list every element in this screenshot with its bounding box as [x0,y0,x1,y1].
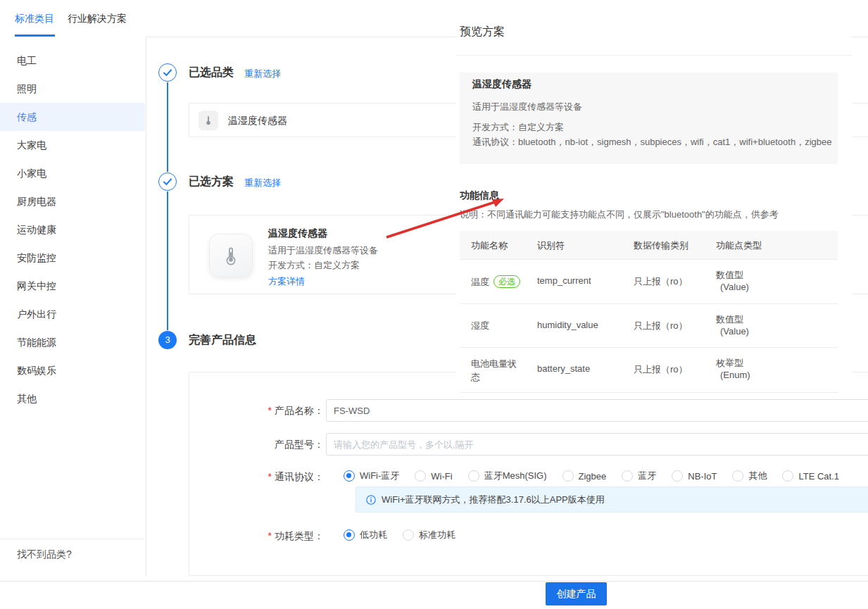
step1-reselect-link[interactable]: 重新选择 [244,68,281,80]
radio-standard-power[interactable]: 标准功耗 [403,529,455,541]
sidebar-item-other[interactable]: 其他 [0,384,145,413]
radio-nbiot[interactable]: NB-IoT [672,470,717,482]
step3-number-circle: 3 [158,331,177,349]
step-connector [167,192,168,330]
required-badge: 必选 [493,275,520,288]
radio-wifi[interactable]: Wi-Fi [415,470,452,482]
table-row: 温度必选 temp_current 只上报（ro） 数值型(Value) [460,260,838,304]
sidebar-item-security[interactable]: 安防监控 [0,244,145,272]
function-info-heading: 功能信息 [460,189,499,202]
product-name-input[interactable] [326,399,868,422]
plan-dev-mode: 开发方式：自定义方案 [268,259,360,272]
sidebar-item-energy[interactable]: 节能能源 [0,328,145,356]
radio-icon [468,470,479,482]
check-icon [159,64,176,81]
function-info-note: 说明：不同通讯能力可能支持功能点不同，仅展示"bluetooth"的功能点，供参… [460,208,779,221]
radio-icon [782,470,793,482]
info-icon [366,495,376,505]
summary-protocols: 通讯协议：bluetooth，nb-iot，sigmesh，subpieces，… [472,136,831,149]
required-asterisk: * [268,405,272,416]
step-connector [167,82,168,172]
radio-icon [622,470,633,482]
sidebar-item-kitchen[interactable]: 厨房电器 [0,187,145,215]
sidebar-item-lighting[interactable]: 照明 [0,75,145,103]
table-row: 电池电量状态 battery_state 只上报（ro） 枚举型(Enum) [460,348,838,393]
protocol-label: *通讯协议： [189,471,324,484]
check-icon [159,173,176,190]
product-model-input[interactable] [326,433,868,456]
sidebar-item-digital-entertainment[interactable]: 数码娱乐 [0,356,145,384]
radio-icon [415,470,426,482]
product-name-label: *产品名称： [189,405,324,417]
divider [456,55,853,56]
plan-summary-card: 温湿度传感器 适用于温湿度传感器等设备 开发方式：自定义方案 通讯协议：blue… [460,73,838,164]
table-row: 湿度 humidity_value 只上报（ro） 数值型(Value) [460,304,838,348]
sidebar-item-electrical[interactable]: 电工 [0,46,145,75]
tab-standard-category[interactable]: 标准类目 [15,13,54,25]
summary-desc: 适用于温湿度传感器等设备 [472,101,582,113]
step2-title: 已选方案 [189,175,234,189]
radio-icon [732,470,743,482]
footer-bar [0,581,868,609]
radio-zigbee[interactable]: Zigbee [562,470,607,482]
sidebar-item-health[interactable]: 运动健康 [0,215,145,244]
summary-name: 温湿度传感器 [472,78,532,91]
radio-wifi-ble[interactable]: WiFi-蓝牙 [344,470,399,482]
protocol-tip-text: WiFi+蓝牙联网方式，推荐搭配3.17.6以上APP版本使用 [382,494,605,506]
create-product-button[interactable]: 创建产品 [546,582,607,605]
radio-icon [672,470,683,482]
radio-icon [344,470,355,482]
category-sidebar: 电工 照明 传感 大家电 小家电 厨房电器 运动健康 安防监控 网关中控 户外出… [0,37,146,576]
product-model-label: 产品型号： [189,439,324,451]
protocol-tip-alert: WiFi+蓝牙联网方式，推荐搭配3.17.6以上APP版本使用 [356,486,868,513]
preview-panel-title: 预览方案 [460,25,505,39]
radio-lte-cat1[interactable]: LTE Cat.1 [782,470,839,482]
thermometer-icon [209,234,253,277]
sidebar-item-small-appliance[interactable]: 小家电 [0,159,145,187]
selected-category-name: 温湿度传感器 [228,115,287,127]
function-table-header: 功能名称 识别符 数据传输类别 功能点类型 [460,231,838,260]
radio-icon [344,529,355,541]
cannot-find-category-link[interactable]: 找不到品类? [0,539,145,561]
step1-check-circle [158,63,177,82]
radio-ble[interactable]: 蓝牙 [622,470,656,482]
step3-title: 完善产品信息 [189,333,256,348]
plan-name: 温湿度传感器 [268,227,327,240]
step2-reselect-link[interactable]: 重新选择 [244,177,281,189]
thermometer-icon [199,111,218,130]
plan-desc: 适用于温湿度传感器等设备 [268,244,378,257]
plan-detail-link[interactable]: 方案详情 [268,275,305,288]
function-table: 功能名称 识别符 数据传输类别 功能点类型 温度必选 temp_current … [460,231,838,393]
power-type-radio-group: 低功耗 标准功耗 [344,529,455,541]
radio-low-power[interactable]: 低功耗 [344,529,387,541]
radio-ble-mesh[interactable]: 蓝牙Mesh(SIG) [468,470,547,482]
summary-dev-mode: 开发方式：自定义方案 [472,121,564,134]
sidebar-item-outdoor[interactable]: 户外出行 [0,300,145,328]
required-asterisk: * [268,530,272,541]
radio-icon [403,529,414,541]
step2-check-circle [158,172,177,191]
sidebar-item-sensor[interactable]: 传感 [0,103,145,131]
step1-title: 已选品类 [189,65,234,80]
tab-industry-solution[interactable]: 行业解决方案 [68,13,127,25]
required-asterisk: * [268,471,272,482]
protocol-radio-group: WiFi-蓝牙 Wi-Fi 蓝牙Mesh(SIG) Zigbee 蓝牙 NB-I… [344,470,839,482]
sidebar-item-large-appliance[interactable]: 大家电 [0,131,145,159]
radio-other[interactable]: 其他 [732,470,767,482]
power-type-label: *功耗类型： [189,530,324,543]
plan-preview-panel: 预览方案 温湿度传感器 适用于温湿度传感器等设备 开发方式：自定义方案 通讯协议… [456,21,853,394]
sidebar-item-gateway[interactable]: 网关中控 [0,272,145,300]
radio-icon [562,470,574,482]
